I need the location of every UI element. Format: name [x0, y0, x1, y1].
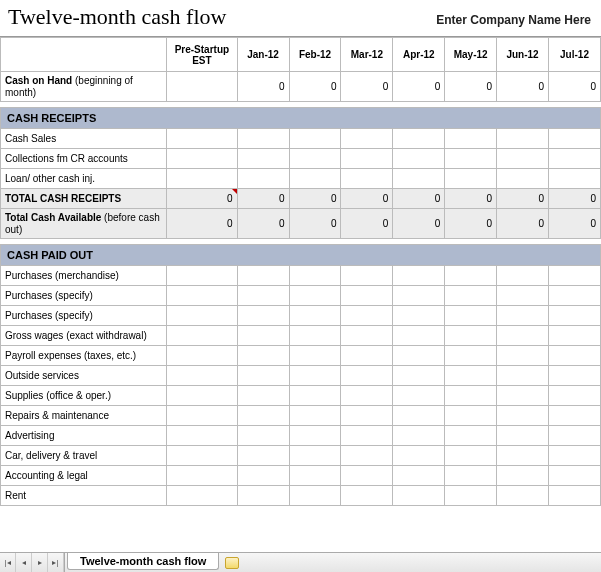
row-outside: Outside services	[1, 366, 601, 386]
row-supplies: Supplies (office & oper.)	[1, 386, 601, 406]
cell[interactable]: 0	[393, 72, 445, 102]
cell[interactable]: 0	[167, 189, 238, 209]
new-sheet-icon[interactable]	[225, 557, 239, 569]
header-apr: Apr-12	[393, 38, 445, 72]
row-cash-on-hand: Cash on Hand (beginning of month) 0 0 0 …	[1, 72, 601, 102]
header-may: May-12	[445, 38, 497, 72]
row-total-receipts: TOTAL CASH RECEIPTS 0 0 0 0 0 0 0 0	[1, 189, 601, 209]
cell[interactable]: 0	[549, 72, 601, 102]
sheet-tab[interactable]: Twelve-month cash flow	[67, 553, 219, 570]
cell-label[interactable]: Cash on Hand (beginning of month)	[1, 72, 167, 102]
header-jul: Jul-12	[549, 38, 601, 72]
section-header: CASH RECEIPTS	[1, 108, 601, 129]
cashflow-table: Pre-Startup EST Jan-12 Feb-12 Mar-12 Apr…	[0, 37, 601, 506]
row-purchases-spec2: Purchases (specify)	[1, 306, 601, 326]
cell-label[interactable]: TOTAL CASH RECEIPTS	[1, 189, 167, 209]
cell[interactable]: 0	[497, 189, 549, 209]
row-repairs: Repairs & maintenance	[1, 406, 601, 426]
header-blank	[1, 38, 167, 72]
cell[interactable]: 0	[289, 72, 341, 102]
cell[interactable]: 0	[393, 189, 445, 209]
row-advertising: Advertising	[1, 426, 601, 446]
cell[interactable]: 0	[289, 209, 341, 239]
row-cash-sales: Cash Sales	[1, 129, 601, 149]
cell-label[interactable]: Loan/ other cash inj.	[1, 169, 167, 189]
cell[interactable]: 0	[497, 209, 549, 239]
row-purchases-merch: Purchases (merchandise)	[1, 266, 601, 286]
sheet-tab-bar: |◂ ◂ ▸ ▸| Twelve-month cash flow	[0, 552, 601, 572]
cell[interactable]: 0	[445, 72, 497, 102]
cell[interactable]: 0	[549, 189, 601, 209]
cell[interactable]	[167, 72, 238, 102]
cell[interactable]: 0	[237, 189, 289, 209]
cell[interactable]: 0	[289, 189, 341, 209]
header-pre: Pre-Startup EST	[167, 38, 238, 72]
row-gross-wages: Gross wages (exact withdrawal)	[1, 326, 601, 346]
cell-label[interactable]: Collections fm CR accounts	[1, 149, 167, 169]
page-title: Twelve-month cash flow	[8, 4, 226, 30]
cell[interactable]: 0	[237, 72, 289, 102]
section-header: CASH PAID OUT	[1, 245, 601, 266]
header-jan: Jan-12	[237, 38, 289, 72]
section-cash-receipts: CASH RECEIPTS	[1, 108, 601, 129]
cell[interactable]: 0	[445, 189, 497, 209]
cell[interactable]: 0	[549, 209, 601, 239]
section-cash-paid-out: CASH PAID OUT	[1, 245, 601, 266]
nav-prev-icon[interactable]: ◂	[16, 553, 32, 572]
row-purchases-spec1: Purchases (specify)	[1, 286, 601, 306]
cell[interactable]: 0	[497, 72, 549, 102]
row-total-available: Total Cash Available (before cash out) 0…	[1, 209, 601, 239]
nav-first-icon[interactable]: |◂	[0, 553, 16, 572]
nav-last-icon[interactable]: ▸|	[48, 553, 64, 572]
cell-label[interactable]: Cash Sales	[1, 129, 167, 149]
header-mar: Mar-12	[341, 38, 393, 72]
title-row: Twelve-month cash flow Enter Company Nam…	[0, 0, 601, 37]
row-rent: Rent	[1, 486, 601, 506]
cell-label[interactable]: Total Cash Available (before cash out)	[1, 209, 167, 239]
cell[interactable]: 0	[393, 209, 445, 239]
row-collections: Collections fm CR accounts	[1, 149, 601, 169]
cell[interactable]: 0	[237, 209, 289, 239]
row-payroll: Payroll expenses (taxes, etc.)	[1, 346, 601, 366]
row-accounting: Accounting & legal	[1, 466, 601, 486]
cell[interactable]: 0	[341, 189, 393, 209]
header-row: Pre-Startup EST Jan-12 Feb-12 Mar-12 Apr…	[1, 38, 601, 72]
cell[interactable]: 0	[341, 209, 393, 239]
header-jun: Jun-12	[497, 38, 549, 72]
cell[interactable]: 0	[445, 209, 497, 239]
sheet-nav: |◂ ◂ ▸ ▸|	[0, 553, 65, 572]
row-car: Car, delivery & travel	[1, 446, 601, 466]
cell[interactable]: 0	[341, 72, 393, 102]
row-loan: Loan/ other cash inj.	[1, 169, 601, 189]
nav-next-icon[interactable]: ▸	[32, 553, 48, 572]
company-name[interactable]: Enter Company Name Here	[436, 13, 591, 27]
cell[interactable]: 0	[167, 209, 238, 239]
header-feb: Feb-12	[289, 38, 341, 72]
